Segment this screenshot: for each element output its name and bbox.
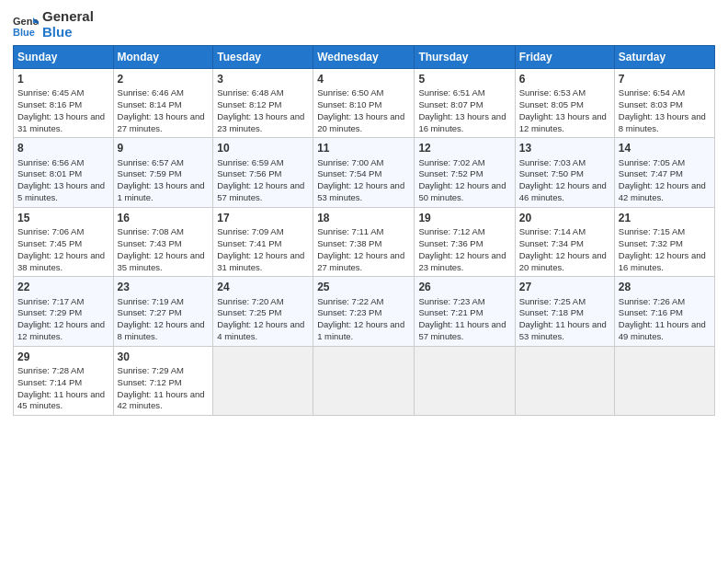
daylight-text: Daylight: 13 hours and 12 minutes.	[519, 111, 607, 133]
sunset-text: Sunset: 7:18 PM	[519, 307, 584, 317]
daylight-text: Daylight: 11 hours and 42 minutes.	[118, 389, 205, 411]
column-header-sunday: Sunday	[14, 46, 114, 69]
calendar-cell: 6Sunrise: 6:53 AMSunset: 8:05 PMDaylight…	[515, 69, 614, 138]
day-number: 26	[418, 280, 510, 294]
sunrise-text: Sunrise: 7:02 AM	[418, 157, 484, 167]
day-number: 21	[619, 211, 711, 225]
sunset-text: Sunset: 7:27 PM	[118, 307, 182, 317]
calendar-cell: 13Sunrise: 7:03 AMSunset: 7:50 PMDayligh…	[515, 138, 614, 207]
sunset-text: Sunset: 7:34 PM	[519, 238, 584, 248]
sunrise-text: Sunrise: 7:15 AM	[619, 226, 685, 236]
sunset-text: Sunset: 8:14 PM	[118, 99, 182, 109]
sunset-text: Sunset: 7:12 PM	[118, 377, 182, 387]
daylight-text: Daylight: 13 hours and 20 minutes.	[317, 111, 404, 133]
daylight-text: Daylight: 11 hours and 45 minutes.	[17, 389, 105, 411]
day-number: 30	[118, 350, 210, 364]
calendar-cell: 12Sunrise: 7:02 AMSunset: 7:52 PMDayligh…	[415, 138, 515, 207]
sunrise-text: Sunrise: 7:17 AM	[17, 296, 84, 306]
calendar-cell: 19Sunrise: 7:12 AMSunset: 7:36 PMDayligh…	[415, 207, 515, 276]
sunrise-text: Sunrise: 7:28 AM	[17, 365, 84, 375]
calendar-cell: 20Sunrise: 7:14 AMSunset: 7:34 PMDayligh…	[515, 207, 614, 276]
sunset-text: Sunset: 8:03 PM	[619, 99, 683, 109]
sunset-text: Sunset: 7:23 PM	[317, 307, 381, 317]
calendar-cell	[313, 346, 415, 415]
sunset-text: Sunset: 7:59 PM	[118, 168, 182, 178]
day-number: 1	[17, 72, 109, 86]
sunrise-text: Sunrise: 6:56 AM	[17, 157, 84, 167]
column-header-saturday: Saturday	[614, 46, 714, 69]
sunrise-text: Sunrise: 7:12 AM	[418, 226, 484, 236]
sunrise-text: Sunrise: 7:14 AM	[519, 226, 586, 236]
daylight-text: Daylight: 13 hours and 8 minutes.	[619, 111, 706, 133]
sunrise-text: Sunrise: 7:25 AM	[519, 296, 586, 306]
calendar-cell: 14Sunrise: 7:05 AMSunset: 7:47 PMDayligh…	[614, 138, 714, 207]
calendar-week-5: 29Sunrise: 7:28 AMSunset: 7:14 PMDayligh…	[14, 346, 715, 415]
sunset-text: Sunset: 8:10 PM	[317, 99, 381, 109]
daylight-text: Daylight: 13 hours and 5 minutes.	[17, 180, 105, 202]
sunrise-text: Sunrise: 7:05 AM	[619, 157, 685, 167]
column-header-wednesday: Wednesday	[313, 46, 415, 69]
calendar-cell: 5Sunrise: 6:51 AMSunset: 8:07 PMDaylight…	[415, 69, 515, 138]
sunset-text: Sunset: 7:14 PM	[17, 377, 82, 387]
sunset-text: Sunset: 8:07 PM	[418, 99, 483, 109]
day-number: 5	[418, 72, 510, 86]
calendar-cell: 10Sunrise: 6:59 AMSunset: 7:56 PMDayligh…	[213, 138, 313, 207]
logo-icon: General Blue	[13, 12, 39, 38]
day-number: 24	[217, 280, 309, 294]
calendar-cell: 24Sunrise: 7:20 AMSunset: 7:25 PMDayligh…	[213, 277, 313, 346]
calendar-cell: 15Sunrise: 7:06 AMSunset: 7:45 PMDayligh…	[14, 207, 114, 276]
sunset-text: Sunset: 7:54 PM	[317, 168, 381, 178]
daylight-text: Daylight: 13 hours and 1 minute.	[118, 180, 205, 202]
sunset-text: Sunset: 8:01 PM	[17, 168, 82, 178]
day-number: 25	[317, 280, 410, 294]
sunrise-text: Sunrise: 7:22 AM	[317, 296, 383, 306]
day-number: 15	[17, 211, 109, 225]
calendar-week-3: 15Sunrise: 7:06 AMSunset: 7:45 PMDayligh…	[14, 207, 715, 276]
day-number: 27	[519, 280, 610, 294]
sunset-text: Sunset: 7:41 PM	[217, 238, 281, 248]
day-number: 11	[317, 141, 410, 155]
calendar-cell: 4Sunrise: 6:50 AMSunset: 8:10 PMDaylight…	[313, 69, 415, 138]
calendar-week-4: 22Sunrise: 7:17 AMSunset: 7:29 PMDayligh…	[14, 277, 715, 346]
day-number: 10	[217, 141, 309, 155]
daylight-text: Daylight: 12 hours and 23 minutes.	[418, 250, 506, 272]
svg-text:Blue: Blue	[13, 27, 35, 38]
day-number: 23	[118, 280, 210, 294]
daylight-text: Daylight: 12 hours and 50 minutes.	[418, 180, 506, 202]
day-number: 2	[118, 72, 210, 86]
sunrise-text: Sunrise: 7:19 AM	[118, 296, 184, 306]
calendar-body: 1Sunrise: 6:45 AMSunset: 8:16 PMDaylight…	[14, 69, 715, 416]
calendar-header-row: SundayMondayTuesdayWednesdayThursdayFrid…	[14, 46, 715, 69]
day-number: 6	[519, 72, 610, 86]
sunrise-text: Sunrise: 7:06 AM	[17, 226, 84, 236]
daylight-text: Daylight: 12 hours and 1 minute.	[317, 319, 404, 341]
day-number: 7	[619, 72, 711, 86]
daylight-text: Daylight: 12 hours and 4 minutes.	[217, 319, 304, 341]
day-number: 4	[317, 72, 410, 86]
header: General Blue General Blue	[13, 9, 715, 40]
daylight-text: Daylight: 12 hours and 31 minutes.	[217, 250, 304, 272]
sunrise-text: Sunrise: 7:26 AM	[619, 296, 685, 306]
sunrise-text: Sunrise: 7:00 AM	[317, 157, 383, 167]
sunset-text: Sunset: 7:25 PM	[217, 307, 281, 317]
calendar-cell: 25Sunrise: 7:22 AMSunset: 7:23 PMDayligh…	[313, 277, 415, 346]
calendar-week-1: 1Sunrise: 6:45 AMSunset: 8:16 PMDaylight…	[14, 69, 715, 138]
sunset-text: Sunset: 7:38 PM	[317, 238, 381, 248]
sunset-text: Sunset: 7:32 PM	[619, 238, 683, 248]
daylight-text: Daylight: 11 hours and 53 minutes.	[519, 319, 607, 341]
sunrise-text: Sunrise: 7:20 AM	[217, 296, 283, 306]
daylight-text: Daylight: 12 hours and 27 minutes.	[317, 250, 404, 272]
day-number: 3	[217, 72, 309, 86]
sunset-text: Sunset: 7:43 PM	[118, 238, 182, 248]
sunrise-text: Sunrise: 6:53 AM	[519, 87, 586, 98]
sunset-text: Sunset: 7:47 PM	[619, 168, 683, 178]
sunrise-text: Sunrise: 7:03 AM	[519, 157, 586, 167]
column-header-friday: Friday	[515, 46, 614, 69]
sunrise-text: Sunrise: 6:59 AM	[217, 157, 283, 167]
day-number: 14	[619, 141, 711, 155]
calendar-cell	[515, 346, 614, 415]
daylight-text: Daylight: 12 hours and 20 minutes.	[519, 250, 607, 272]
calendar-table: SundayMondayTuesdayWednesdayThursdayFrid…	[13, 45, 715, 416]
column-header-tuesday: Tuesday	[213, 46, 313, 69]
calendar-cell: 8Sunrise: 6:56 AMSunset: 8:01 PMDaylight…	[14, 138, 114, 207]
